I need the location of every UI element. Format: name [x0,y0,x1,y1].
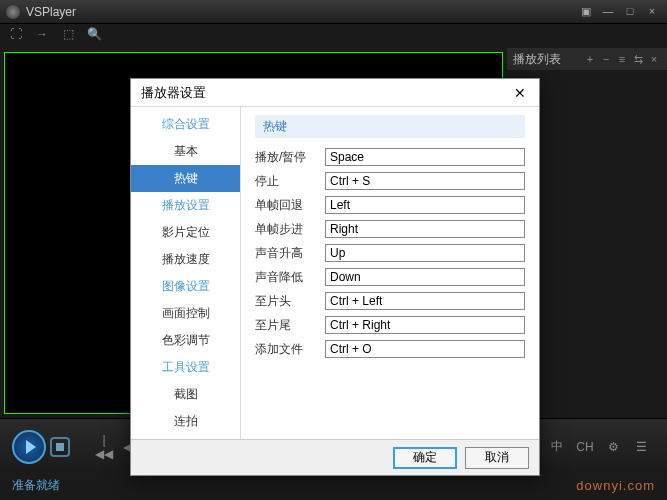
playlist-remove-button[interactable]: − [599,53,613,65]
hotkey-label: 单帧回退 [255,197,325,214]
hotkey-input[interactable] [325,316,525,334]
status-text: 准备就绪 [12,477,576,494]
dialog-body: 综合设置 基本 热键 播放设置 影片定位 播放速度 图像设置 画面控制 色彩调节… [131,107,539,439]
lang-en-button[interactable]: CH [575,440,595,454]
playlist-clear-button[interactable]: ≡ [615,53,629,65]
hotkey-label: 至片尾 [255,317,325,334]
hotkey-row: 单帧步进 [255,220,525,238]
window-restore-button[interactable]: ▣ [577,5,595,19]
hotkey-label: 播放/暂停 [255,149,325,166]
sidebar-category-general: 综合设置 [131,111,240,138]
playlist-sort-button[interactable]: ⇆ [631,53,645,66]
lang-ch-button[interactable]: 中 [547,438,567,455]
hotkey-row: 至片头 [255,292,525,310]
hotkey-input[interactable] [325,220,525,238]
playlist-header: 播放列表 + − ≡ ⇆ × [507,48,667,70]
sidebar-item-hotkey[interactable]: 热键 [131,165,240,192]
titlebar: VSPlayer ▣ — □ × [0,0,667,24]
stop-button[interactable] [50,437,70,457]
app-logo-icon [6,5,20,19]
hotkey-input[interactable] [325,244,525,262]
hotkey-label: 至片头 [255,293,325,310]
fullscreen-button[interactable]: ⛶ [6,27,26,45]
prev-track-button[interactable]: |◀◀ [94,433,114,461]
status-bar: 准备就绪 downyi.com [0,474,667,496]
play-button[interactable] [12,430,46,464]
sidebar-category-playback: 播放设置 [131,192,240,219]
hotkey-row: 至片尾 [255,316,525,334]
hotkey-row: 声音升高 [255,244,525,262]
sidebar-item-burst[interactable]: 连拍 [131,408,240,435]
hotkey-input[interactable] [325,340,525,358]
hotkey-input[interactable] [325,268,525,286]
settings-icon[interactable]: ⚙ [603,440,623,454]
sidebar-item-speed[interactable]: 播放速度 [131,246,240,273]
content-heading: 热键 [255,115,525,138]
ok-button[interactable]: 确定 [393,447,457,469]
app-title: VSPlayer [26,5,573,19]
hotkey-input[interactable] [325,196,525,214]
hotkey-row: 播放/暂停 [255,148,525,166]
hotkey-input[interactable] [325,292,525,310]
sidebar-item-color[interactable]: 色彩调节 [131,327,240,354]
sidebar-category-tools: 工具设置 [131,354,240,381]
watermark: downyi.com [576,478,655,493]
window-maximize-button[interactable]: □ [621,5,639,19]
playlist-add-button[interactable]: + [583,53,597,65]
dialog-content: 热键 播放/暂停停止单帧回退单帧步进声音升高声音降低至片头至片尾添加文件 [241,107,539,439]
playlist-title: 播放列表 [513,51,581,68]
layout-button[interactable]: ⬚ [58,27,78,45]
dialog-close-button[interactable]: ✕ [511,85,529,101]
dialog-title: 播放器设置 [141,84,511,102]
sidebar-item-basic[interactable]: 基本 [131,138,240,165]
hotkey-label: 添加文件 [255,341,325,358]
hotkey-row: 单帧回退 [255,196,525,214]
settings-dialog: 播放器设置 ✕ 综合设置 基本 热键 播放设置 影片定位 播放速度 图像设置 画… [130,78,540,476]
hotkey-row: 声音降低 [255,268,525,286]
hotkey-label: 声音升高 [255,245,325,262]
window-close-button[interactable]: × [643,5,661,19]
playlist-close-button[interactable]: × [647,53,661,65]
sidebar-item-display[interactable]: 画面控制 [131,300,240,327]
hotkey-label: 停止 [255,173,325,190]
hotkey-label: 声音降低 [255,269,325,286]
cancel-button[interactable]: 取消 [465,447,529,469]
hotkey-row: 添加文件 [255,340,525,358]
sidebar-item-snapshot[interactable]: 截图 [131,381,240,408]
sidebar-item-seek[interactable]: 影片定位 [131,219,240,246]
playlist-toggle-button[interactable]: ☰ [631,440,651,454]
window-minimize-button[interactable]: — [599,5,617,19]
hotkey-input[interactable] [325,148,525,166]
hotkey-row: 停止 [255,172,525,190]
hotkey-label: 单帧步进 [255,221,325,238]
dialog-sidebar: 综合设置 基本 热键 播放设置 影片定位 播放速度 图像设置 画面控制 色彩调节… [131,107,241,439]
search-button[interactable]: 🔍 [84,27,104,45]
sidebar-category-image: 图像设置 [131,273,240,300]
toolbar: ⛶ → ⬚ 🔍 [0,24,667,48]
dialog-titlebar: 播放器设置 ✕ [131,79,539,107]
dialog-footer: 确定 取消 [131,439,539,475]
hotkey-input[interactable] [325,172,525,190]
pin-button[interactable]: → [32,27,52,45]
